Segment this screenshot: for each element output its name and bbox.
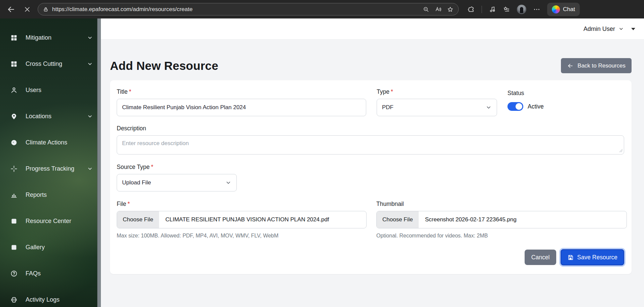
description-textarea[interactable]	[117, 135, 624, 155]
file-selected-name: CLIMATE RESILIENT PUNJAB VISION ACTION P…	[159, 216, 336, 223]
copilot-chat-button[interactable]: Chat	[547, 3, 580, 16]
close-icon[interactable]	[22, 4, 33, 15]
user-icon	[10, 86, 17, 94]
help-circle-icon	[10, 270, 17, 277]
required-asterisk: *	[129, 88, 131, 95]
sidebar: MitigationCross CuttingUsersLocationsCli…	[0, 18, 101, 307]
file-helper-text: Max size: 100MB. Allowed: PDF, MP4, AVI,…	[117, 233, 367, 239]
sidebar-item-cross-cutting[interactable]: Cross Cutting	[0, 51, 101, 77]
save-resource-button[interactable]: Save Resource	[561, 249, 624, 265]
cancel-button[interactable]: Cancel	[525, 250, 556, 265]
required-asterisk: *	[151, 164, 153, 170]
chevron-down-icon	[486, 104, 492, 111]
activity-logs-icon	[10, 296, 17, 303]
type-label: Type*	[377, 88, 497, 95]
bar-chart-icon	[10, 191, 17, 199]
type-select-value: PDF	[382, 104, 393, 111]
sidebar-item-locations[interactable]: Locations	[0, 103, 101, 129]
profile-avatar[interactable]	[517, 5, 526, 14]
address-bar[interactable]: https://climate.epaforecast.com/admin/re…	[38, 3, 459, 15]
title-field-group: Title*	[117, 88, 366, 116]
arrow-left-icon	[567, 62, 574, 69]
file-field-group: File* Choose File CLIMATE RESILIENT PUNJ…	[117, 201, 367, 239]
status-label: Status	[507, 90, 624, 97]
sidebar-item-label: Resource Center	[26, 218, 71, 225]
file-label: File*	[117, 201, 367, 208]
zoom-out-icon[interactable]	[423, 6, 429, 13]
thumbnail-selected-name: Screenshot 2026-02-17 223645.png	[419, 216, 523, 223]
status-toggle[interactable]	[507, 102, 523, 111]
extensions-icon[interactable]	[467, 6, 475, 13]
chevron-down-icon	[87, 35, 93, 41]
grid-icon	[10, 34, 17, 41]
file-input[interactable]: Choose File CLIMATE RESILIENT PUNJAB VIS…	[117, 211, 367, 228]
file-choose-button[interactable]: Choose File	[117, 211, 159, 228]
source-type-field-group: Source Type* Upload File	[117, 164, 624, 191]
sidebar-item-reports[interactable]: Reports	[0, 182, 101, 208]
description-field-group: Description	[117, 125, 624, 155]
thumbnail-choose-button[interactable]: Choose File	[377, 211, 419, 228]
back-icon[interactable]	[5, 4, 17, 15]
sidebar-item-label: Locations	[26, 113, 51, 120]
favorite-star-icon[interactable]	[447, 6, 454, 13]
square-icon	[10, 217, 17, 225]
source-type-select-value: Upload File	[122, 179, 151, 186]
top-header: Admin User	[101, 18, 644, 40]
copilot-chat-label: Chat	[563, 6, 575, 13]
user-menu-label: Admin User	[583, 26, 615, 33]
sidebar-item-label: Gallery	[26, 244, 45, 251]
dropdown-caret-icon[interactable]	[631, 28, 635, 30]
lock-icon	[43, 6, 49, 12]
sidebar-item-gallery[interactable]: Gallery	[0, 234, 101, 260]
media-controls-icon[interactable]	[489, 6, 496, 13]
type-field-group: Type* PDF	[377, 88, 497, 116]
sidebar-item-label: Climate Actions	[26, 139, 67, 146]
sidebar-item-label: FAQs	[26, 270, 41, 277]
title-label: Title*	[117, 88, 366, 95]
type-select[interactable]: PDF	[377, 99, 497, 116]
main-area: Admin User Add New Resource Back to Reso…	[101, 18, 644, 307]
sidebar-item-activity-logs[interactable]: Activity Logs	[0, 287, 101, 307]
chevron-down-icon	[87, 166, 93, 172]
read-aloud-icon[interactable]	[435, 6, 442, 13]
source-type-select[interactable]: Upload File	[117, 174, 237, 191]
more-menu-icon[interactable]	[533, 6, 540, 13]
save-resource-label: Save Resource	[577, 254, 617, 261]
description-label: Description	[117, 125, 624, 132]
browser-chrome: https://climate.epaforecast.com/admin/re…	[0, 0, 644, 18]
source-type-label: Source Type*	[117, 164, 624, 171]
map-pin-icon	[10, 113, 17, 120]
back-to-resources-label: Back to Resources	[577, 62, 626, 69]
sidebar-item-label: Users	[26, 87, 41, 94]
copilot-logo-icon	[552, 5, 560, 13]
sidebar-item-label: Activity Logs	[26, 296, 60, 303]
thumbnail-field-group: Thumbnail Choose File Screenshot 2026-02…	[376, 201, 627, 239]
square-icon	[10, 244, 17, 251]
chevron-down-icon	[618, 26, 624, 32]
crosshair-icon	[10, 165, 17, 172]
circle-icon	[10, 139, 17, 146]
sidebar-item-climate-actions[interactable]: Climate Actions	[0, 129, 101, 156]
resource-form-card: Title* Type* PDF	[110, 80, 632, 274]
sidebar-item-label: Cross Cutting	[26, 60, 62, 68]
sidebar-item-users[interactable]: Users	[0, 77, 101, 103]
grid-icon	[10, 60, 17, 68]
back-to-resources-button[interactable]: Back to Resources	[561, 58, 632, 73]
sidebar-item-progress-tracking[interactable]: Progress Tracking	[0, 156, 101, 182]
toolbar-divider	[482, 6, 482, 13]
user-menu[interactable]: Admin User	[583, 26, 624, 33]
collections-icon[interactable]	[503, 6, 510, 13]
url-text[interactable]: https://climate.epaforecast.com/admin/re…	[52, 6, 419, 13]
required-asterisk: *	[127, 201, 130, 207]
status-field-group: Status Active	[507, 88, 624, 116]
title-input[interactable]	[117, 99, 366, 116]
sidebar-scrollbar[interactable]	[97, 18, 101, 307]
sidebar-item-resource-center[interactable]: Resource Center	[0, 208, 101, 234]
thumbnail-helper-text: Optional. Recommended for videos. Max: 2…	[376, 233, 627, 239]
sidebar-item-faqs[interactable]: FAQs	[0, 260, 101, 287]
thumbnail-input[interactable]: Choose File Screenshot 2026-02-17 223645…	[376, 211, 627, 228]
sidebar-item-mitigation[interactable]: Mitigation	[0, 25, 101, 51]
chevron-down-icon	[87, 114, 93, 119]
toggle-knob	[516, 103, 522, 110]
sidebar-item-label: Mitigation	[26, 34, 51, 41]
